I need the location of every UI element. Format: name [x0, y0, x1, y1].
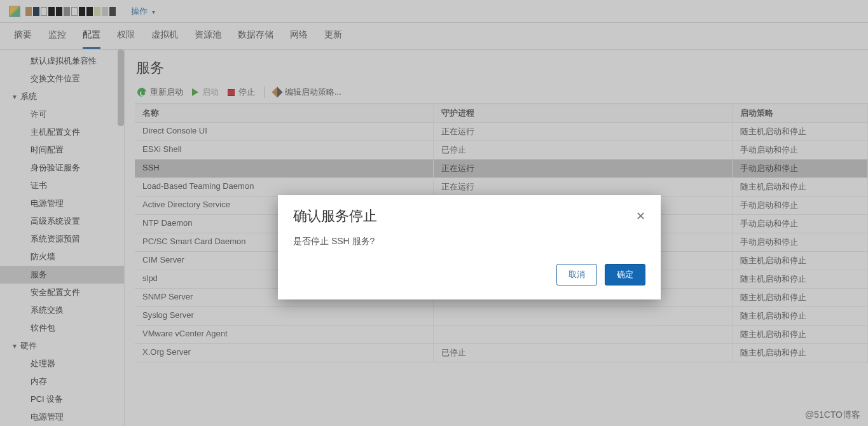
confirm-stop-dialog: 确认服务停止 ✕ 是否停止 SSH 服务? 取消 确定 — [278, 195, 661, 299]
close-icon[interactable]: ✕ — [636, 209, 645, 223]
cancel-button[interactable]: 取消 — [556, 264, 597, 285]
watermark: @51CTO博客 — [805, 409, 860, 421]
dialog-title: 确认服务停止 — [293, 207, 377, 226]
ok-button[interactable]: 确定 — [605, 264, 645, 285]
dialog-message: 是否停止 SSH 服务? — [278, 232, 661, 260]
